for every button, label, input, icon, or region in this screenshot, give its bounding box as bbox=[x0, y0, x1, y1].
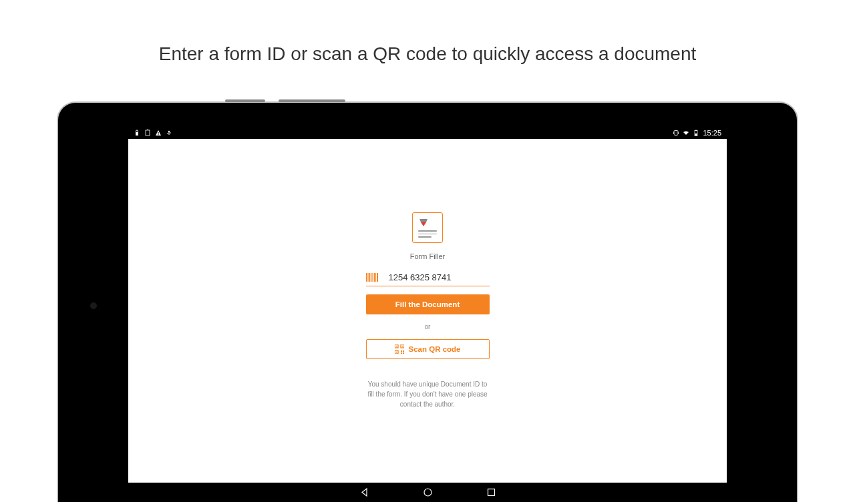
svg-rect-26 bbox=[401, 346, 402, 346]
help-text: You should have unique Document ID to fi… bbox=[366, 379, 490, 409]
nav-back-icon[interactable] bbox=[359, 487, 369, 497]
nav-recent-icon[interactable] bbox=[486, 487, 496, 497]
app-logo-icon bbox=[418, 218, 429, 228]
svg-rect-29 bbox=[401, 350, 402, 352]
svg-rect-24 bbox=[395, 346, 396, 346]
vibrate-icon bbox=[673, 130, 679, 136]
tablet-frame: 15:25 Form Filler bbox=[57, 101, 798, 502]
svg-rect-3 bbox=[158, 132, 158, 134]
svg-rect-30 bbox=[403, 350, 404, 352]
svg-rect-34 bbox=[488, 489, 494, 496]
svg-rect-14 bbox=[695, 130, 697, 131]
svg-rect-4 bbox=[158, 134, 158, 135]
barcode-icon bbox=[366, 273, 378, 282]
app-logo-lines bbox=[418, 230, 437, 238]
status-bar-left bbox=[134, 130, 172, 136]
svg-rect-9 bbox=[675, 131, 677, 136]
svg-rect-20 bbox=[374, 273, 375, 282]
usb-icon bbox=[166, 130, 172, 136]
svg-rect-18 bbox=[371, 273, 371, 282]
svg-rect-17 bbox=[369, 273, 370, 282]
tablet-top-button-1 bbox=[225, 99, 265, 102]
warning-icon bbox=[155, 130, 162, 136]
nav-home-icon[interactable] bbox=[423, 487, 433, 497]
app-logo bbox=[412, 212, 443, 243]
tablet-camera bbox=[90, 302, 97, 309]
form-id-input-row[interactable] bbox=[366, 272, 490, 286]
battery-level-icon bbox=[693, 130, 699, 136]
wifi-icon bbox=[683, 130, 689, 136]
status-bar-right: 15:25 bbox=[673, 129, 721, 137]
tablet-top-button-2 bbox=[279, 99, 345, 102]
svg-rect-22 bbox=[377, 273, 378, 282]
svg-rect-1 bbox=[146, 130, 150, 136]
or-label: or bbox=[425, 323, 431, 330]
app-name-label: Form Filler bbox=[410, 252, 446, 260]
svg-rect-2 bbox=[147, 130, 148, 130]
fill-document-button[interactable]: Fill the Document bbox=[366, 294, 490, 314]
svg-rect-16 bbox=[367, 273, 368, 282]
svg-rect-13 bbox=[695, 134, 697, 136]
navigation-bar bbox=[128, 483, 727, 502]
page-title: Enter a form ID or scan a QR code to qui… bbox=[0, 43, 855, 65]
svg-rect-31 bbox=[401, 352, 402, 354]
form-id-input[interactable] bbox=[389, 272, 490, 282]
svg-rect-21 bbox=[375, 273, 376, 282]
scan-qr-label: Scan QR code bbox=[409, 345, 461, 353]
svg-rect-32 bbox=[403, 352, 404, 354]
svg-point-33 bbox=[424, 489, 432, 496]
lock-icon bbox=[134, 130, 140, 136]
svg-point-7 bbox=[167, 133, 168, 134]
battery-icon bbox=[144, 130, 151, 136]
svg-rect-19 bbox=[372, 273, 373, 282]
tablet-screen: 15:25 Form Filler bbox=[128, 127, 727, 502]
app-content: Form Filler Fill the Document or bbox=[128, 139, 727, 483]
qr-icon bbox=[395, 344, 404, 354]
svg-rect-6 bbox=[169, 132, 170, 135]
svg-rect-15 bbox=[366, 273, 367, 282]
scan-qr-button[interactable]: Scan QR code bbox=[366, 339, 490, 359]
status-time: 15:25 bbox=[703, 129, 721, 137]
svg-point-8 bbox=[170, 132, 171, 134]
status-bar: 15:25 bbox=[128, 127, 727, 139]
svg-rect-28 bbox=[395, 352, 396, 352]
svg-rect-0 bbox=[136, 132, 138, 136]
